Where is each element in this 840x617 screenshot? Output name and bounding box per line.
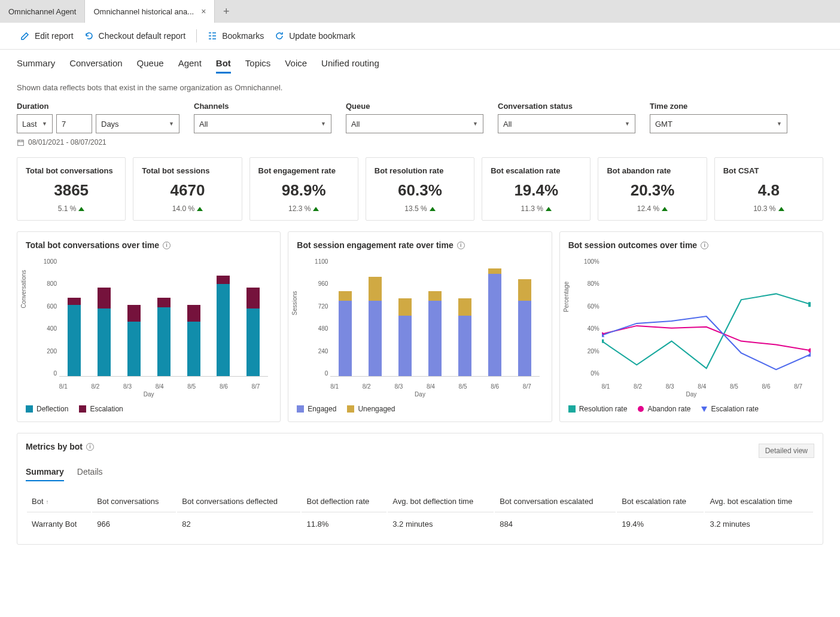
checkout-default-button[interactable]: Checkout default report bbox=[81, 29, 190, 43]
charts-row: Total bot conversations over timei Conve… bbox=[17, 231, 823, 422]
kpi-title: Total bot sessions bbox=[142, 166, 233, 175]
chart-session-outcomes: Bot session outcomes over timei Percenta… bbox=[559, 231, 823, 422]
svg-rect-3 bbox=[602, 340, 604, 343]
svg-rect-1 bbox=[808, 302, 811, 307]
column-header[interactable]: Bot deflection rate bbox=[302, 491, 386, 512]
bar bbox=[428, 291, 442, 376]
cell: 884 bbox=[495, 514, 616, 534]
toolbar-label: Checkout default report bbox=[99, 31, 186, 41]
chart-area: Percentage100%80%60%40%20%0%8/18/28/38/4… bbox=[568, 258, 814, 390]
tab-unified-routing[interactable]: Unified routing bbox=[321, 58, 379, 74]
cell: 966 bbox=[92, 514, 176, 534]
bar bbox=[127, 305, 141, 376]
filters: Duration Last▼ 7 Days▼ Channels All▼ Que… bbox=[17, 102, 823, 133]
tab-queue[interactable]: Queue bbox=[137, 58, 164, 74]
kpi-delta: 10.3 % bbox=[723, 204, 814, 213]
kpi-title: Total bot conversations bbox=[26, 166, 117, 175]
tab-agent[interactable]: Agent bbox=[178, 58, 202, 74]
info-icon[interactable]: i bbox=[163, 242, 171, 249]
info-icon[interactable]: i bbox=[457, 242, 465, 249]
kpi-title: Bot escalation rate bbox=[491, 166, 582, 175]
kpi-row: Total bot conversations 3865 5.1 %Total … bbox=[17, 157, 823, 221]
status-select[interactable]: All▼ bbox=[498, 114, 635, 133]
tz-select[interactable]: GMT▼ bbox=[650, 114, 787, 133]
bar bbox=[339, 291, 352, 376]
toolbar-label: Edit report bbox=[35, 31, 74, 41]
tz-label: Time zone bbox=[650, 102, 787, 111]
subtab-summary[interactable]: Summary bbox=[26, 467, 64, 481]
duration-prefix-select[interactable]: Last▼ bbox=[17, 114, 53, 133]
toolbar-label: Update bookmark bbox=[289, 31, 355, 41]
add-tab-button[interactable]: + bbox=[215, 0, 238, 23]
duration-label: Duration bbox=[17, 102, 179, 111]
kpi-value: 98.9% bbox=[258, 181, 349, 200]
close-icon[interactable]: × bbox=[201, 7, 206, 16]
chevron-down-icon: ▼ bbox=[321, 121, 326, 127]
x-axis-label: Day bbox=[297, 391, 543, 398]
trend-up-icon bbox=[546, 207, 552, 211]
update-bookmark-button[interactable]: Update bookmark bbox=[271, 29, 359, 43]
bar bbox=[157, 298, 171, 376]
table-row[interactable]: Warranty Bot9668211.8%3.2 minutes88419.4… bbox=[27, 514, 813, 534]
chevron-down-icon: ▼ bbox=[42, 121, 47, 127]
column-header[interactable]: Avg. bot escalation time bbox=[705, 491, 813, 512]
section-title: Metrics by bot bbox=[26, 442, 83, 451]
report-tabs: Summary Conversation Queue Agent Bot Top… bbox=[0, 50, 840, 80]
tab-bot[interactable]: Bot bbox=[216, 58, 231, 74]
duration-value-input[interactable]: 7 bbox=[56, 114, 92, 133]
column-header[interactable]: Bot escalation rate bbox=[617, 491, 704, 512]
kpi-card: Bot abandon rate 20.3% 12.4 % bbox=[598, 157, 707, 221]
tab-voice[interactable]: Voice bbox=[285, 58, 307, 74]
bookmarks-button[interactable]: Bookmarks bbox=[204, 29, 267, 43]
tab-historical-analytics[interactable]: Omnichannel historical ana... × bbox=[85, 0, 215, 23]
info-icon[interactable]: i bbox=[86, 443, 94, 451]
x-axis-label: Day bbox=[568, 391, 814, 398]
bar bbox=[217, 276, 230, 376]
bar bbox=[68, 298, 81, 376]
metrics-by-bot: Metrics by boti Detailed view Summary De… bbox=[17, 433, 823, 545]
chevron-down-icon: ▼ bbox=[777, 121, 782, 127]
column-header[interactable]: Bot↑ bbox=[27, 491, 91, 512]
divider bbox=[196, 29, 197, 42]
legend-item: Deflection bbox=[26, 405, 68, 413]
toolbar-label: Bookmarks bbox=[222, 31, 264, 41]
tab-summary[interactable]: Summary bbox=[17, 58, 55, 74]
edit-report-button[interactable]: Edit report bbox=[17, 29, 77, 43]
trend-up-icon bbox=[778, 207, 784, 211]
tab-label: Omnichannel Agent bbox=[8, 7, 76, 16]
column-header[interactable]: Bot conversation escalated bbox=[495, 491, 616, 512]
tab-label: Omnichannel historical ana... bbox=[93, 7, 194, 16]
bar bbox=[518, 279, 531, 376]
info-icon[interactable]: i bbox=[701, 242, 708, 249]
bar bbox=[398, 298, 412, 376]
subtab-details[interactable]: Details bbox=[77, 467, 103, 481]
kpi-delta: 14.0 % bbox=[142, 204, 233, 213]
queue-label: Queue bbox=[346, 102, 483, 111]
list-icon bbox=[208, 31, 217, 41]
column-header[interactable]: Bot conversations deflected bbox=[177, 491, 300, 512]
kpi-title: Bot CSAT bbox=[723, 166, 814, 175]
pencil-icon bbox=[20, 31, 30, 41]
chart-engagement-rate: Bot session engagement rate over timei S… bbox=[288, 231, 552, 422]
trend-up-icon bbox=[662, 207, 668, 211]
cell: 11.8% bbox=[302, 514, 386, 534]
kpi-title: Bot engagement rate bbox=[258, 166, 349, 175]
calendar-icon bbox=[17, 139, 25, 146]
duration-unit-select[interactable]: Days▼ bbox=[96, 114, 179, 133]
detailed-view-button[interactable]: Detailed view bbox=[759, 444, 814, 458]
chart-title-text: Bot session outcomes over time bbox=[568, 240, 698, 250]
window-tabs: Omnichannel Agent Omnichannel historical… bbox=[0, 0, 840, 23]
kpi-card: Total bot conversations 3865 5.1 % bbox=[17, 157, 126, 221]
tab-topics[interactable]: Topics bbox=[245, 58, 271, 74]
tab-conversation[interactable]: Conversation bbox=[69, 58, 122, 74]
chart-area: Sessions110096072048024008/18/28/38/48/5… bbox=[297, 258, 543, 390]
channels-select[interactable]: All▼ bbox=[194, 114, 331, 133]
tab-omnichannel-agent[interactable]: Omnichannel Agent bbox=[0, 0, 85, 23]
refresh-icon bbox=[275, 31, 284, 41]
queue-select[interactable]: All▼ bbox=[346, 114, 483, 133]
bar bbox=[246, 288, 260, 376]
column-header[interactable]: Avg. bot deflection time bbox=[388, 491, 494, 512]
kpi-card: Total bot sessions 4670 14.0 % bbox=[133, 157, 242, 221]
chart-total-conversations: Total bot conversations over timei Conve… bbox=[17, 231, 281, 422]
column-header[interactable]: Bot conversations bbox=[92, 491, 176, 512]
